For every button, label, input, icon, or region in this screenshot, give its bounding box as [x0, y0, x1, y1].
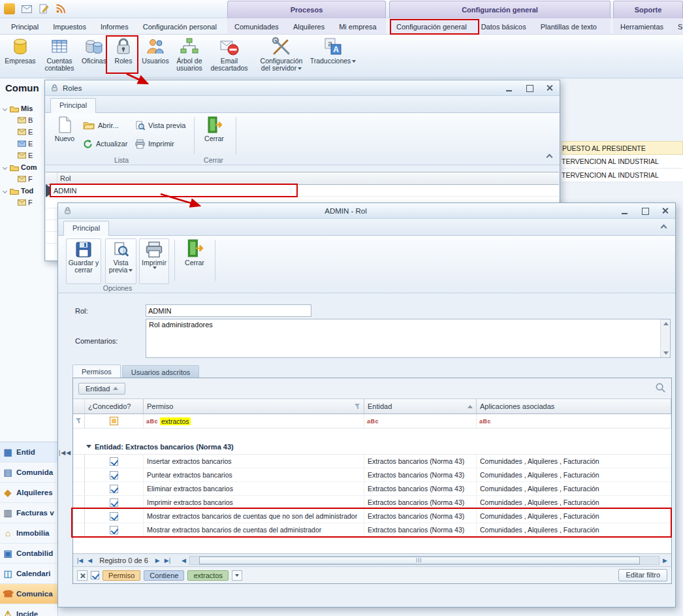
- module-comunidades[interactable]: ▤Comunida: [0, 462, 57, 483]
- group-row[interactable]: Entidad: Extractos bancarios (Norma 43): [73, 439, 671, 455]
- tab-permisos[interactable]: Permisos: [72, 365, 121, 378]
- cerrar-button[interactable]: Cerrar: [200, 116, 228, 142]
- edit-icon[interactable]: [38, 3, 49, 14]
- tab-plantillas-texto[interactable]: Plantillas de texto: [533, 19, 604, 35]
- table-row[interactable]: Eliminar extractos bancarios Extractos b…: [73, 482, 671, 496]
- apps-filter-cell[interactable]: aBc: [477, 414, 671, 428]
- module-entidades[interactable]: ▦Entid: [0, 442, 57, 462]
- tab-informes[interactable]: Informes: [93, 19, 136, 35]
- rol-input[interactable]: [146, 304, 311, 317]
- module-incidencias[interactable]: ⚠Incide: [0, 604, 57, 616]
- table-row[interactable]: Imprimir extractos bancarios Extractos b…: [73, 496, 671, 510]
- table-row[interactable]: TERVENCION AL INDUSTRIAL: [562, 155, 683, 169]
- search-icon[interactable]: [655, 382, 666, 395]
- tab-comunidades[interactable]: Comunidades: [227, 19, 286, 35]
- collapse-ribbon-icon[interactable]: [547, 154, 553, 161]
- roles-button[interactable]: Roles: [108, 36, 138, 76]
- table-row[interactable]: Mostrar extractos bancarios de cuentas d…: [73, 523, 671, 537]
- remove-filter-button[interactable]: [77, 570, 87, 581]
- filter-enabled-checkbox[interactable]: [91, 571, 99, 579]
- empresas-button[interactable]: Empresas: [3, 36, 38, 76]
- minimize-button[interactable]: [620, 206, 629, 215]
- permiso-filter-cell[interactable]: aBcextractos: [144, 414, 364, 428]
- traducciones-button[interactable]: aA Traducciones: [307, 36, 359, 76]
- prev-record-button[interactable]: ◀: [86, 557, 93, 564]
- vista-previa-button[interactable]: Vista previa: [135, 118, 185, 133]
- filter-field-chip[interactable]: Permiso: [103, 570, 140, 581]
- granted-checkbox[interactable]: [110, 498, 118, 507]
- configuracion-servidor-button[interactable]: Configuración del servidor: [256, 36, 307, 76]
- usuarios-button[interactable]: Usuarios: [140, 36, 171, 76]
- tab-mi-empresa[interactable]: Mi empresa: [332, 19, 383, 35]
- column-permiso[interactable]: Permiso: [144, 399, 364, 413]
- module-comunicaciones[interactable]: ☎Comunica: [0, 584, 57, 604]
- collapse-panel-button[interactable]: |◀◀: [59, 449, 71, 456]
- scroll-right-button[interactable]: ▶: [661, 557, 669, 564]
- granted-checkbox[interactable]: [110, 457, 118, 466]
- imprimir-button[interactable]: Imprimir: [139, 238, 169, 284]
- table-row[interactable]: PUESTO AL PRESIDENTE: [562, 141, 683, 155]
- abrir-button[interactable]: Abrir...: [83, 118, 119, 133]
- minimize-button[interactable]: [504, 84, 514, 92]
- scrollbar-thumb[interactable]: [199, 557, 640, 564]
- admin-dialog-titlebar[interactable]: ADMIN - Rol: [58, 203, 675, 219]
- maximize-button[interactable]: [640, 206, 650, 215]
- filter-dropdown-button[interactable]: [232, 570, 242, 581]
- collapse-ribbon-icon[interactable]: [661, 225, 667, 231]
- table-row[interactable]: Puntear extractos bancarios Extractos ba…: [73, 468, 671, 482]
- cerrar-button[interactable]: Cerrar: [180, 238, 210, 284]
- tab-impuestos[interactable]: Impuestos: [46, 19, 93, 35]
- tab-soporte-cut[interactable]: S: [671, 19, 683, 35]
- next-record-button[interactable]: ▶: [154, 557, 161, 564]
- tab-usuarios-adscritos[interactable]: Usuarios adscritos: [122, 365, 199, 378]
- mail-icon[interactable]: [21, 3, 32, 14]
- tab-configuracion-personal[interactable]: Configuración personal: [136, 19, 224, 35]
- filter-icon[interactable]: [355, 404, 360, 410]
- tab-alquileres[interactable]: Alquileres: [286, 19, 332, 35]
- granted-checkbox[interactable]: [110, 512, 118, 521]
- tab-datos-basicos[interactable]: Datos básicos: [474, 19, 533, 35]
- close-button[interactable]: [660, 206, 670, 215]
- entidad-filter-cell[interactable]: aBc: [364, 414, 477, 428]
- column-entidad[interactable]: Entidad: [364, 399, 477, 413]
- table-row[interactable]: ADMIN: [46, 185, 559, 197]
- module-contabilidad[interactable]: ▣Contabilid: [0, 543, 57, 564]
- last-record-button[interactable]: ▶|: [163, 557, 172, 564]
- close-button[interactable]: [545, 84, 554, 92]
- first-record-button[interactable]: |◀: [76, 557, 84, 564]
- tab-configuracion-general[interactable]: Configuración general: [389, 19, 474, 35]
- filter-value-chip[interactable]: extractos: [187, 570, 229, 581]
- table-row[interactable]: Mostrar extractos bancarios de cuentas q…: [73, 510, 671, 523]
- module-facturas[interactable]: ▥Facturas v: [0, 503, 57, 523]
- roles-dialog-titlebar[interactable]: Roles: [45, 80, 560, 96]
- edit-filter-button[interactable]: Editar filtro: [618, 569, 667, 581]
- guardar-y-cerrar-button[interactable]: Guardar y cerrar: [66, 238, 101, 284]
- email-descartados-button[interactable]: Email descartados: [208, 36, 251, 76]
- horizontal-scrollbar[interactable]: [189, 556, 659, 565]
- tab-herramientas[interactable]: Herramientas: [613, 19, 671, 35]
- oficinas-button[interactable]: Oficinas: [80, 36, 108, 76]
- column-rol[interactable]: Rol: [57, 172, 559, 184]
- granted-checkbox[interactable]: [110, 485, 118, 493]
- vista-previa-button[interactable]: Vista previa: [105, 238, 136, 284]
- nuevo-button[interactable]: Nuevo: [52, 116, 78, 142]
- group-by-entidad-button[interactable]: Entidad: [78, 383, 125, 395]
- feed-icon[interactable]: [55, 3, 66, 14]
- app-logo-icon[interactable]: [4, 3, 15, 14]
- comentarios-input[interactable]: Rol administradores: [146, 319, 671, 358]
- column-concedido[interactable]: ¿Concedido?: [85, 399, 144, 413]
- tab-principal[interactable]: Principal: [63, 221, 109, 236]
- tab-principal[interactable]: Principal: [50, 98, 96, 113]
- table-row[interactable]: TERVENCION AL INDUSTRIAL: [562, 169, 683, 182]
- module-inmobiliaria[interactable]: ⌂Inmobilia: [0, 523, 57, 543]
- maximize-button[interactable]: [524, 84, 534, 92]
- imprimir-button[interactable]: Imprimir: [135, 137, 174, 151]
- arbol-usuarios-button[interactable]: Árbol de usuarios: [172, 36, 206, 76]
- module-calendario[interactable]: ◫Calendari: [0, 564, 57, 584]
- granted-filter-checkbox[interactable]: [110, 417, 118, 425]
- granted-checkbox[interactable]: [110, 526, 118, 534]
- table-row[interactable]: Insertar extractos bancarios Extractos b…: [73, 455, 671, 468]
- actualizar-button[interactable]: Actualizar: [83, 137, 127, 151]
- scroll-left-button[interactable]: ◀: [180, 557, 187, 564]
- tab-principal[interactable]: Principal: [4, 19, 46, 35]
